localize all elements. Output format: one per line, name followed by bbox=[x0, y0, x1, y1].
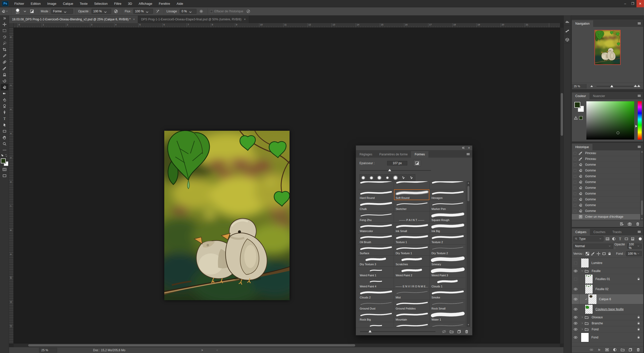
status-zoom-field[interactable]: 25 % bbox=[39, 348, 57, 352]
menu-item-fen-tre[interactable]: Fenêtre bbox=[155, 0, 173, 7]
panel-menu-icon[interactable] bbox=[637, 230, 641, 234]
screen-mode-button[interactable] bbox=[1, 172, 8, 179]
layer-name[interactable]: Feuille 02 bbox=[595, 287, 609, 291]
marquee-tool[interactable] bbox=[1, 27, 8, 34]
navigation-zoom-slider[interactable] bbox=[586, 83, 643, 89]
tab-formes[interactable]: Formes bbox=[411, 151, 428, 158]
visibility-empty-box[interactable] bbox=[572, 258, 579, 268]
history-source-checkbox[interactable] bbox=[574, 198, 576, 201]
delete-layer-icon[interactable] bbox=[636, 348, 640, 352]
smudge-tool[interactable] bbox=[1, 97, 8, 103]
layer-row-calque-6-4[interactable]: Calque 6 bbox=[572, 294, 643, 304]
move-tool[interactable] bbox=[1, 21, 8, 27]
default-colors-icon[interactable] bbox=[1, 154, 4, 157]
healing-brush-tool[interactable] bbox=[1, 59, 8, 65]
status-options-chevron[interactable]: > bbox=[201, 348, 203, 352]
opacity-select[interactable]: 100 % bbox=[92, 9, 111, 14]
add-layer-mask-icon[interactable] bbox=[605, 348, 609, 352]
delete-state-icon[interactable] bbox=[636, 222, 640, 226]
lock-all-icon[interactable] bbox=[608, 252, 612, 256]
toggle-live-tip-preview-button[interactable] bbox=[413, 160, 421, 166]
history-state-gomme-10[interactable]: Gomme bbox=[572, 208, 640, 214]
history-source-checkbox[interactable] bbox=[574, 152, 576, 155]
horizontal-scrollbar-thumb[interactable] bbox=[28, 344, 355, 346]
quick-mask-button[interactable] bbox=[1, 166, 8, 172]
zoom-slider-thumb[interactable] bbox=[610, 85, 613, 87]
brush-item-partial[interactable] bbox=[430, 181, 466, 189]
layer-row-lumi-re-0[interactable]: Lumière bbox=[572, 258, 643, 268]
brush-item-texture-1[interactable]: Texture 1 bbox=[394, 234, 430, 245]
history-state-cr-er-un-masque-d-cr-tage-11[interactable]: Créer un masque d'écrêtage bbox=[572, 214, 640, 220]
visibility-eye-icon[interactable] bbox=[572, 294, 579, 304]
history-source-checkbox[interactable] bbox=[574, 169, 576, 172]
layer-thumbnail[interactable] bbox=[581, 258, 589, 268]
filter-adjustment-layers-icon[interactable] bbox=[612, 237, 616, 241]
history-source-checkbox[interactable] bbox=[574, 204, 576, 207]
history-state-gomme-3[interactable]: Gomme bbox=[572, 168, 640, 173]
layer-row-fond-9[interactable]: Fond bbox=[572, 332, 643, 342]
visibility-eye-icon[interactable] bbox=[572, 332, 579, 342]
menu-item-aide[interactable]: Aide bbox=[173, 0, 186, 7]
quick-selection-tool[interactable] bbox=[1, 40, 8, 46]
new-layer-icon[interactable] bbox=[628, 348, 632, 352]
new-brush-icon[interactable] bbox=[457, 330, 461, 334]
brush-item-dry-texture-1[interactable]: Dry Texture 1 bbox=[394, 245, 430, 256]
layer-name[interactable]: Lumière bbox=[591, 261, 602, 265]
zoom-tool[interactable] bbox=[1, 141, 8, 147]
history-source-checkbox[interactable] bbox=[574, 215, 576, 218]
layer-thumbnail[interactable] bbox=[581, 333, 589, 342]
close-panel-icon[interactable]: ✕ bbox=[468, 146, 470, 150]
brush-item-scratches[interactable]: Scratches bbox=[394, 256, 430, 267]
brush-item-weird-paint-3[interactable]: Weird Paint 3 bbox=[430, 267, 466, 278]
color-picker-cursor[interactable] bbox=[617, 131, 619, 134]
visibility-empty-box[interactable] bbox=[572, 274, 579, 284]
history-state-gomme-2[interactable]: Gomme bbox=[572, 162, 640, 168]
brush-item-water-2[interactable]: Water 2 bbox=[358, 322, 394, 327]
mode-select[interactable]: Forme bbox=[51, 9, 73, 14]
close-icon[interactable]: × bbox=[244, 18, 246, 21]
history-source-checkbox[interactable] bbox=[574, 192, 576, 195]
brush-item-sketcher[interactable]: Sketcher bbox=[394, 200, 430, 211]
history-source-checkbox[interactable] bbox=[574, 158, 576, 160]
brush-item-ink-small[interactable]: Ink Small bbox=[394, 223, 430, 234]
brush-item-mountain[interactable]: Mountain bbox=[394, 311, 430, 322]
hue-slider[interactable] bbox=[638, 101, 642, 140]
toggle-brush-preview-icon[interactable] bbox=[442, 330, 446, 334]
new-document-from-state-icon[interactable] bbox=[620, 222, 624, 226]
zoom-out-icon[interactable] bbox=[590, 85, 593, 87]
navigation-proxy-view[interactable] bbox=[594, 30, 621, 65]
brush-size-input[interactable]: 107 px bbox=[387, 161, 407, 165]
foreground-color-swatch[interactable] bbox=[574, 102, 580, 108]
layer-name[interactable]: Branche bbox=[592, 322, 603, 325]
visibility-eye-icon[interactable] bbox=[572, 326, 579, 332]
history-state-gomme-7[interactable]: Gomme bbox=[572, 191, 640, 197]
delete-brush-icon[interactable] bbox=[465, 330, 469, 334]
eraser-tool[interactable] bbox=[1, 84, 8, 90]
shape-tool[interactable] bbox=[1, 128, 8, 134]
brush-item-clouds-2[interactable]: Clouds 2 bbox=[358, 289, 394, 300]
brush-item-weird-paint-4[interactable]: Weird Paint 4 bbox=[358, 278, 394, 289]
brush-item-soft-round[interactable]: Soft Round bbox=[394, 189, 430, 200]
brush-item-e-n-v-i-r-o-n-m-e[interactable]: ------- E N V I R O N M E... bbox=[394, 278, 430, 289]
gamut-warning[interactable] bbox=[574, 116, 583, 120]
menu-item-affichage[interactable]: Affichage bbox=[135, 0, 155, 7]
layer-name[interactable]: Couleurs base feuille bbox=[595, 307, 624, 311]
vertical-scrollbar[interactable] bbox=[560, 28, 564, 343]
blend-mode-select[interactable]: Normal bbox=[573, 244, 613, 249]
history-state-gomme-4[interactable]: Gomme bbox=[572, 173, 640, 179]
brush-item-chalk[interactable]: Chalk bbox=[358, 200, 394, 211]
history-scrollbar[interactable]: ▲ ▼ bbox=[640, 150, 643, 220]
brush-item-snow[interactable]: Snow bbox=[430, 322, 466, 327]
menu-item-s-lection[interactable]: Sélection bbox=[91, 0, 111, 7]
panel-menu-icon[interactable] bbox=[466, 152, 470, 156]
ruler-origin[interactable] bbox=[9, 23, 14, 28]
tab-historique[interactable]: Historique bbox=[572, 144, 592, 150]
ruler-vertical[interactable]: 012345678910111213 bbox=[9, 28, 14, 343]
layer-row-feuille-1[interactable]: Feuille bbox=[572, 268, 643, 274]
foreground-color-swatch[interactable] bbox=[1, 158, 6, 163]
brush-item-partial[interactable] bbox=[394, 181, 430, 189]
history-source-checkbox[interactable] bbox=[574, 163, 576, 166]
dodge-tool[interactable] bbox=[1, 103, 8, 109]
layer-thumbnail[interactable] bbox=[588, 294, 596, 304]
filter-type-layers-icon[interactable]: T bbox=[618, 237, 622, 241]
